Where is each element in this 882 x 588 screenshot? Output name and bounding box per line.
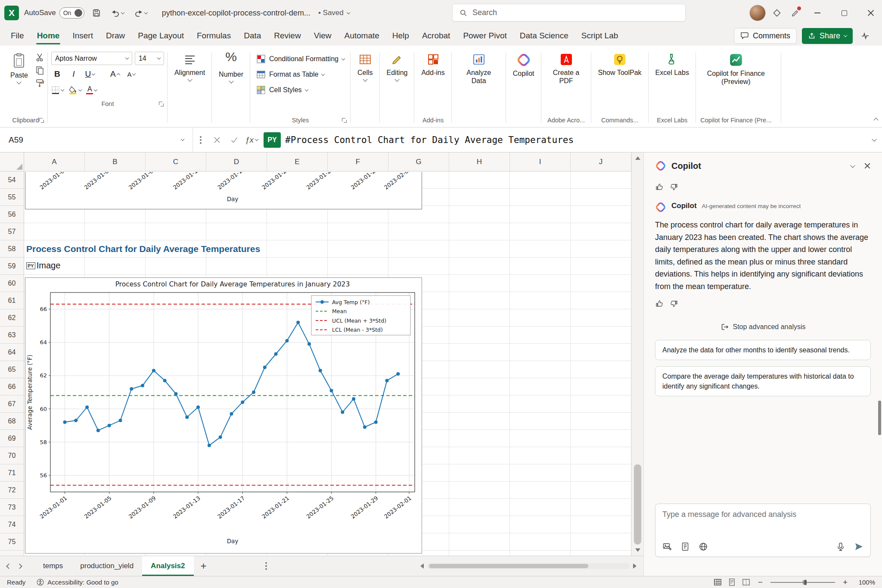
scroll-up-arrow[interactable]: [632, 152, 643, 164]
format-painter-button[interactable]: [35, 78, 44, 88]
column-header-d[interactable]: D: [206, 152, 267, 171]
editing-button[interactable]: Editing: [383, 49, 411, 83]
tab-insert[interactable]: Insert: [66, 26, 99, 46]
cell-a59-image-cell[interactable]: PY Image: [26, 261, 60, 271]
normal-view-button[interactable]: [714, 578, 722, 586]
horizontal-scroll-thumb[interactable]: [429, 564, 588, 568]
show-toolpak-button[interactable]: Show ToolPak: [595, 49, 645, 78]
row-header-68[interactable]: 68: [0, 413, 24, 430]
hscroll-left-arrow[interactable]: [420, 563, 424, 569]
grow-font-button[interactable]: A: [109, 68, 121, 81]
analyze-data-button[interactable]: Analyze Data: [455, 49, 503, 87]
row-header-54[interactable]: 54: [0, 171, 24, 189]
column-header-h[interactable]: H: [449, 152, 510, 171]
excel-labs-button[interactable]: Excel Labs: [652, 49, 693, 78]
copilot-suggestion-card[interactable]: Compare the average daily temperatures w…: [655, 366, 871, 396]
thumbs-down-icon[interactable]: [670, 299, 678, 308]
undo-button[interactable]: [109, 6, 127, 20]
row-header-60[interactable]: 60: [0, 275, 24, 292]
accessibility-status[interactable]: Accessibility: Good to go: [37, 579, 118, 586]
row-header-61[interactable]: 61: [0, 292, 24, 309]
add-sheet-button[interactable]: +: [196, 559, 211, 573]
spreadsheet-grid[interactable]: ABCDEFGHIJ 54555657585960616263646566676…: [0, 152, 631, 556]
tab-formulas[interactable]: Formulas: [190, 26, 237, 46]
name-box[interactable]: A59: [0, 128, 193, 152]
copilot-suggestion-card[interactable]: Analyze the data for other months to ide…: [655, 340, 871, 360]
column-header-a[interactable]: A: [24, 152, 85, 171]
tab-help[interactable]: Help: [386, 26, 416, 46]
copy-button[interactable]: [35, 65, 44, 75]
row-header-64[interactable]: 64: [0, 344, 24, 361]
cancel-button[interactable]: [208, 132, 226, 148]
paste-button[interactable]: Paste: [7, 49, 31, 85]
copilot-scroll-thumb[interactable]: [878, 401, 881, 435]
tab-data-science[interactable]: Data Science: [513, 26, 575, 46]
scroll-down-arrow[interactable]: [632, 544, 643, 556]
premium-diamond-button[interactable]: [770, 6, 784, 20]
row-header-72[interactable]: 72: [0, 482, 24, 499]
addins-button[interactable]: Add-ins: [418, 49, 448, 78]
sheet-nav-left-icon[interactable]: [6, 563, 12, 569]
cut-button[interactable]: [35, 53, 44, 62]
row-header-59[interactable]: 59: [0, 258, 24, 275]
row-header-70[interactable]: 70: [0, 447, 24, 464]
clipboard-dialog-launcher[interactable]: [39, 118, 44, 123]
add-image-button[interactable]: [662, 542, 672, 551]
web-search-button[interactable]: [699, 542, 708, 551]
zoom-out-button[interactable]: −: [758, 578, 763, 587]
create-pdf-button[interactable]: Create a PDF: [545, 49, 588, 87]
autosave-pill[interactable]: On: [59, 7, 84, 19]
format-as-table-button[interactable]: Format as Table: [254, 67, 327, 82]
collapse-ribbon-icon[interactable]: [873, 118, 878, 122]
borders-button[interactable]: [51, 84, 64, 96]
column-header-e[interactable]: E: [267, 152, 328, 171]
tab-review[interactable]: Review: [267, 26, 307, 46]
sheet-tab-options-icon[interactable]: [265, 565, 267, 567]
font-color-button[interactable]: A: [86, 84, 98, 96]
sheet-tab-production-yield[interactable]: production_yield: [71, 556, 142, 576]
formula-bar-options-icon[interactable]: [200, 139, 202, 141]
tab-data[interactable]: Data: [237, 26, 267, 46]
underline-button[interactable]: U: [84, 68, 96, 81]
column-header-b[interactable]: B: [85, 152, 146, 171]
zoom-level[interactable]: 100%: [855, 579, 875, 586]
shrink-font-button[interactable]: A: [125, 68, 137, 81]
row-header-66[interactable]: 66: [0, 378, 24, 395]
sheet-tab-analysis2[interactable]: Analysis2: [142, 556, 193, 576]
save-status[interactable]: • Saved: [318, 9, 350, 17]
minimize-button[interactable]: [806, 0, 829, 26]
activity-button[interactable]: [858, 28, 873, 43]
row-header-57[interactable]: 57: [0, 223, 24, 240]
row-header-71[interactable]: 71: [0, 464, 24, 482]
previous-chart-bottom-edge[interactable]: 2023-01-012023-01-052023-01-092023-01-13…: [25, 172, 422, 209]
select-all-corner[interactable]: [0, 152, 24, 171]
zoom-in-button[interactable]: +: [843, 578, 848, 587]
column-header-c[interactable]: C: [146, 152, 206, 171]
tab-home[interactable]: Home: [31, 26, 66, 46]
horizontal-scrollbar[interactable]: [427, 563, 630, 569]
stop-advanced-analysis-button[interactable]: Stop advanced analysis: [655, 323, 871, 331]
conditional-formatting-button[interactable]: Conditional Formatting: [254, 52, 347, 66]
vertical-scroll-thumb[interactable]: [634, 464, 641, 544]
tab-page-layout[interactable]: Page Layout: [131, 26, 190, 46]
bold-button[interactable]: B: [51, 68, 63, 81]
process-control-chart[interactable]: 5658606264662023-01-012023-01-052023-01-…: [25, 277, 422, 554]
font-name-select[interactable]: Aptos Narrow: [51, 52, 132, 65]
cell-styles-button[interactable]: Cell Styles: [254, 83, 311, 97]
font-size-select[interactable]: 14: [135, 52, 164, 65]
expand-formula-bar-icon[interactable]: [872, 137, 876, 141]
mic-button[interactable]: [836, 542, 845, 551]
row-header-65[interactable]: 65: [0, 361, 24, 378]
row-header-73[interactable]: 73: [0, 499, 24, 516]
send-button[interactable]: [854, 542, 863, 551]
thumbs-up-icon[interactable]: [655, 299, 664, 308]
styles-dialog-launcher[interactable]: [342, 118, 347, 123]
tab-view[interactable]: View: [307, 26, 338, 46]
collapse-pane-icon[interactable]: [850, 163, 855, 168]
zoom-slider-thumb[interactable]: [804, 580, 807, 585]
sheet-tab-temps[interactable]: temps: [34, 556, 71, 576]
vertical-scrollbar[interactable]: [631, 152, 643, 556]
copilot-input-box[interactable]: Type a message for advanced analysis: [655, 504, 871, 557]
row-header-67[interactable]: 67: [0, 395, 24, 413]
column-header-f[interactable]: F: [328, 152, 388, 171]
